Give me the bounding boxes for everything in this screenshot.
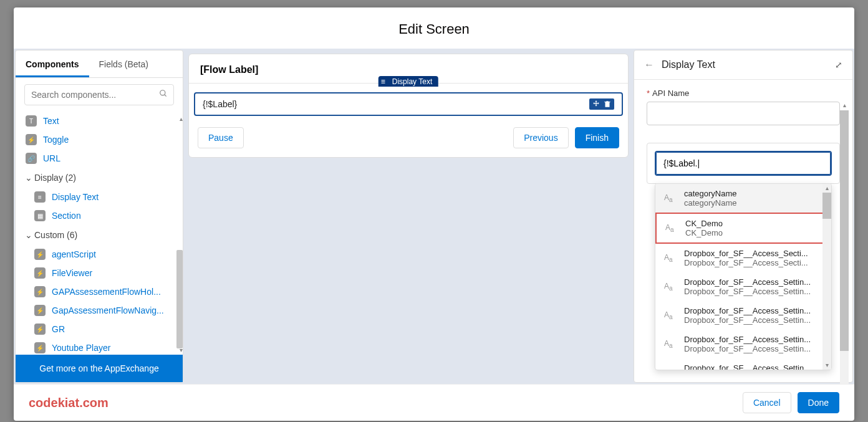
edit-screen-modal: Edit Screen Components Fields (Beta) TTe… [14,7,854,421]
dropdown-item[interactable]: Aa Dropbox_for_SF__Access_Settin...Dropb… [655,301,831,330]
custom-icon: ⚡ [34,286,46,297]
url-icon: 🔗 [26,153,37,164]
resource-dropdown: Aa categoryNamecategoryName Aa CK_DemoCK… [655,183,832,370]
list-item-label: GapAssessmentFlowNavig... [52,305,164,315]
scroll-thumb[interactable] [822,193,831,219]
resource-input[interactable] [655,151,832,176]
category-display[interactable]: ⌄Display (2) [23,168,175,188]
scroll-thumb[interactable] [840,110,849,351]
list-item-label: Display Text [52,192,99,202]
list-item[interactable]: ⚡GapAssessmentFlowNavig... [23,301,175,320]
api-name-input[interactable] [647,102,840,125]
custom-icon: ⚡ [34,249,46,260]
component-actions [589,98,614,110]
component-wrap: ≡ Display Text {!$Label} [189,84,628,121]
cancel-button[interactable]: Cancel [743,392,791,413]
scroll-down-icon[interactable]: ▾ [822,361,831,370]
text-type-icon: Aa [664,253,677,263]
display-text-component[interactable]: {!$Label} [194,92,623,116]
tab-fields[interactable]: Fields (Beta) [89,50,158,77]
list-item[interactable]: ≡Display Text [23,188,175,206]
canvas-panel: [Flow Label] ≡ Display Text {!$Label} [185,49,632,384]
svg-line-1 [165,95,166,97]
list-item-label: Section [52,211,81,221]
panel-tabs: Components Fields (Beta) [16,50,183,78]
list-item-label: GAPAssessementFlowHol... [52,287,161,297]
list-item[interactable]: ⚡GAPAssessementFlowHol... [23,282,175,301]
scroll-up-icon[interactable]: ▴ [840,102,849,110]
properties-title: Display Text [662,59,715,70]
list-item-label: Toggle [43,135,69,145]
finish-button[interactable]: Finish [575,127,619,148]
component-list: TText ⚡Toggle 🔗URL ⌄Display (2) ≡Display… [16,112,183,355]
expand-icon[interactable]: ⤢ [835,60,842,70]
search-input[interactable] [24,84,174,105]
scrollbar[interactable]: ▴ ▾ [176,119,183,350]
scroll-up-icon[interactable]: ▴ [822,184,831,193]
chevron-down-icon: ⌄ [23,230,34,240]
appexchange-button[interactable]: Get more on the AppExchange [16,355,183,382]
tab-components[interactable]: Components [16,50,89,77]
list-item[interactable]: TText [23,112,175,130]
search-icon [159,89,168,100]
modal-footer: codekiat.com Cancel Done [14,384,854,421]
brand-label: codekiat.com [29,396,109,410]
done-button[interactable]: Done [798,392,839,413]
list-item[interactable]: ⚡agentScript [23,245,175,264]
delete-icon[interactable] [603,100,612,108]
modal-title: Edit Screen [14,7,854,49]
displaytext-icon: ≡ [381,77,390,86]
move-icon[interactable] [592,100,600,108]
list-item[interactable]: ▦Section [23,206,175,225]
custom-icon: ⚡ [34,305,46,316]
chevron-down-icon: ⌄ [23,173,34,183]
category-custom[interactable]: ⌄Custom (6) [23,225,175,245]
panel-scrollbar[interactable]: ▴ ▾ [840,110,849,384]
list-item-label: Youtube Player [52,343,110,353]
list-item[interactable]: ⚡GR [23,320,175,338]
text-icon: T [26,115,37,127]
dropdown-scrollbar[interactable]: ▴ ▾ [822,184,831,370]
text-type-icon: Aa [664,282,677,292]
properties-header: ← Display Text ⤢ [634,50,852,80]
modal-body: Components Fields (Beta) TText ⚡Toggle 🔗… [14,49,854,384]
component-pill: ≡ Display Text [379,76,438,87]
displaytext-icon: ≡ [34,191,46,203]
svg-point-0 [160,90,165,95]
required-star: * [647,89,650,98]
previous-button[interactable]: Previous [513,127,568,148]
list-item[interactable]: 🔗URL [23,149,175,168]
text-type-icon: Aa [665,223,678,233]
list-item[interactable]: ⚡FileViewer [23,264,175,282]
dropdown-item[interactable]: Aa Dropbox_for_SF__Access_Settin...Dropb… [655,272,831,301]
list-item-label: FileViewer [52,268,92,278]
list-item-label: Text [43,116,59,126]
resource-box: Aa categoryNamecategoryName Aa CK_DemoCK… [647,143,840,184]
properties-panel: ← Display Text ⤢ *API Name Aa categoryNa… [634,50,853,383]
list-item-label: GR [52,324,65,334]
list-item-label: agentScript [52,249,96,259]
scroll-thumb[interactable] [176,250,183,348]
api-name-label: *API Name [647,89,840,98]
dropdown-item[interactable]: Aa Dropbox_for_SF__Access_Secti...Dropbo… [655,244,831,272]
custom-icon: ⚡ [34,267,46,279]
list-item-label: URL [43,153,60,163]
scroll-down-icon[interactable]: ▾ [180,347,183,353]
dropdown-item[interactable]: Aa categoryNamecategoryName [655,184,831,213]
list-item[interactable]: ⚡Youtube Player [23,338,175,355]
list-item[interactable]: ⚡Toggle [23,130,175,149]
toggle-icon: ⚡ [26,134,37,145]
scroll-up-icon[interactable]: ▴ [180,115,183,122]
custom-icon: ⚡ [34,324,46,335]
text-type-icon: Aa [664,193,677,203]
custom-icon: ⚡ [34,342,46,353]
section-icon: ▦ [34,210,46,221]
text-type-icon: Aa [664,339,677,349]
dropdown-item[interactable]: Aa Dropbox_for_SF__Access_Settin...Dropb… [655,330,831,358]
back-arrow-icon[interactable]: ← [644,59,654,70]
dropdown-item-ckdemo[interactable]: Aa CK_DemoCK_Demo [655,213,831,244]
dropdown-item[interactable]: Dropbox_for_SF__Access_Settin [655,358,831,370]
pause-button[interactable]: Pause [198,127,244,148]
search-wrap [16,78,183,112]
text-type-icon: Aa [664,310,677,320]
